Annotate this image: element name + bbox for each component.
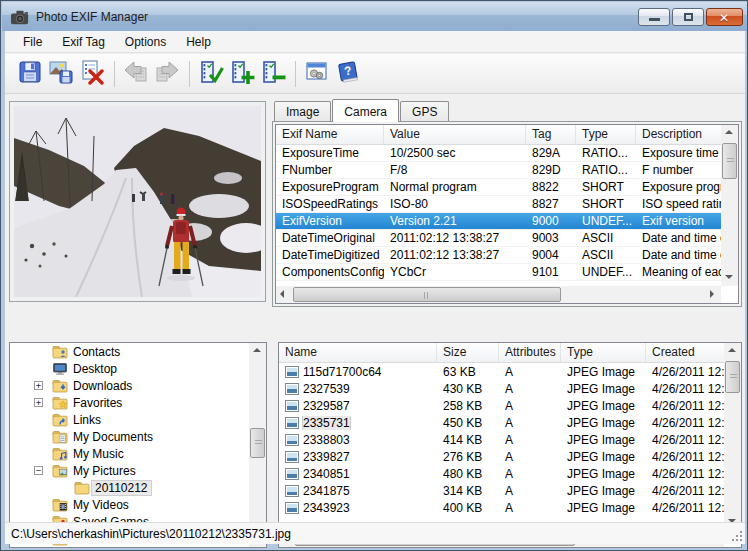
tree-item-my-pictures[interactable]: − My Pictures [10, 462, 266, 479]
exif-cell: DateTimeOriginal [276, 231, 384, 245]
column-header[interactable]: Size [437, 343, 499, 362]
exif-row[interactable]: DateTimeOriginal2011:02:12 13:38:279003A… [276, 230, 723, 247]
tree-item-downloads[interactable]: + Downloads [10, 377, 266, 394]
settings-button[interactable] [302, 59, 332, 89]
tree-expander[interactable]: + [34, 398, 43, 407]
file-row[interactable]: 2338803414 KBAJPEG Image4/26/2011 12: [279, 431, 724, 448]
file-cell: 276 KB [437, 450, 499, 464]
film-add-icon [229, 59, 255, 88]
save-image-button[interactable] [46, 59, 76, 89]
tree-item-my-videos[interactable]: My Videos [10, 496, 266, 513]
vertical-scrollbar[interactable] [724, 343, 741, 530]
tree-item-label: My Videos [70, 498, 132, 512]
exif-tab-strip: ImageCameraGPS [274, 100, 450, 122]
horizontal-scrollbar[interactable] [276, 286, 721, 303]
photo-preview-image [14, 106, 261, 297]
column-header[interactable]: Type [561, 343, 646, 362]
column-header[interactable]: Value [384, 125, 526, 144]
toolbar-separator [295, 61, 296, 87]
delete-exif-list-button[interactable] [77, 59, 107, 89]
exif-cell: 2011:02:12 13:38:27 [384, 231, 526, 245]
file-cell: A [499, 501, 561, 515]
exif-row[interactable]: DateTimeDigitized2011:02:12 13:38:279004… [276, 247, 723, 264]
exif-cell: ExposureTime [276, 146, 384, 160]
tree-item-my-music[interactable]: My Music [10, 445, 266, 462]
delete-list-icon [79, 59, 105, 88]
close-button[interactable]: ✕ [706, 8, 743, 26]
vertical-scrollbar[interactable] [249, 343, 266, 547]
tree-expander[interactable]: + [34, 381, 43, 390]
column-header[interactable]: Exif Name [276, 125, 384, 144]
exif-row[interactable]: FNumberF/8829DRATIO...F number [276, 162, 723, 179]
menu-file[interactable]: File [13, 32, 52, 52]
file-row[interactable]: 2341875314 KBAJPEG Image4/26/2011 12: [279, 482, 724, 499]
exif-row[interactable]: ExifVersionVersion 2.219000UNDEF...Exif … [276, 213, 723, 230]
file-row[interactable]: 2340851480 KBAJPEG Image4/26/2011 12: [279, 465, 724, 482]
file-cell: 314 KB [437, 484, 499, 498]
exif-row[interactable]: ExposureProgramNormal program8822SHORTEx… [276, 179, 723, 196]
column-header[interactable]: Name [279, 343, 437, 362]
file-cell: JPEG Image [561, 382, 646, 396]
scroll-up-button[interactable] [721, 125, 738, 142]
exif-cell: 8822 [526, 180, 576, 194]
menu-options[interactable]: Options [115, 32, 176, 52]
file-name-cell: 2335731 [279, 416, 437, 430]
file-cell: A [499, 399, 561, 413]
add-exif-tag-button[interactable] [227, 59, 257, 89]
scroll-right-button[interactable] [704, 286, 721, 303]
scroll-down-button[interactable] [721, 269, 738, 286]
scroll-up-button[interactable] [249, 343, 266, 360]
vertical-scrollbar[interactable] [721, 125, 738, 286]
file-cell: A [499, 450, 561, 464]
column-header[interactable]: Type [576, 125, 636, 144]
exif-cell: 9101 [526, 265, 576, 279]
scrollbar-thumb[interactable] [293, 287, 561, 302]
exif-row[interactable]: ComponentsConfig...YCbCr9101UNDEF...Mean… [276, 264, 723, 281]
tree-item-links[interactable]: Links [10, 411, 266, 428]
maximize-button[interactable] [672, 8, 704, 26]
exif-row[interactable]: ISOSpeedRatingsISO-808827SHORTISO speed … [276, 196, 723, 213]
file-row[interactable]: 2343923400 KBAJPEG Image4/26/2011 12: [279, 499, 724, 516]
exif-cell: FNumber [276, 163, 384, 177]
tree-item-label: Desktop [70, 362, 120, 376]
remove-exif-tag-button[interactable] [258, 59, 288, 89]
file-cell: 258 KB [437, 399, 499, 413]
exif-cell: ISO-80 [384, 197, 526, 211]
column-header[interactable]: Tag [526, 125, 576, 144]
tree-item-contacts[interactable]: Contacts [10, 343, 266, 360]
file-row[interactable]: 2327539430 KBAJPEG Image4/26/2011 12: [279, 380, 724, 397]
tree-item-my-documents[interactable]: My Documents [10, 428, 266, 445]
tree-expander[interactable]: − [34, 466, 43, 475]
tree-item-favorites[interactable]: + Favorites [10, 394, 266, 411]
scrollbar-thumb[interactable] [725, 361, 740, 393]
file-row[interactable]: 2339827276 KBAJPEG Image4/26/2011 12: [279, 448, 724, 465]
tab-camera[interactable]: Camera [332, 99, 399, 122]
file-cell: JPEG Image [561, 484, 646, 498]
tree-item-20110212[interactable]: 20110212 [10, 479, 266, 496]
apply-exif-button[interactable] [196, 59, 226, 89]
scrollbar-thumb[interactable] [250, 428, 265, 458]
desktop-folder-icon [52, 361, 68, 376]
file-row[interactable]: 115d71700c6463 KBAJPEG Image4/26/2011 12… [279, 363, 724, 380]
arrow-right-icon [154, 59, 180, 88]
title-bar[interactable]: Photo EXIF Manager ✕ [2, 2, 748, 31]
favorites-folder-icon [52, 395, 68, 410]
tab-gps[interactable]: GPS [400, 101, 449, 122]
menu-exif-tag[interactable]: Exif Tag [52, 32, 114, 52]
file-row[interactable]: 2329587258 KBAJPEG Image4/26/2011 12: [279, 397, 724, 414]
menu-help[interactable]: Help [176, 32, 221, 52]
resize-grip[interactable] [731, 530, 743, 542]
tree-item-desktop[interactable]: Desktop [10, 360, 266, 377]
column-header[interactable]: Attributes [499, 343, 561, 362]
scroll-left-button[interactable] [276, 286, 293, 303]
exif-row[interactable]: ExposureTime10/2500 sec829ARATIO...Expos… [276, 145, 723, 162]
window-title: Photo EXIF Manager [36, 10, 148, 24]
scrollbar-thumb[interactable] [722, 143, 737, 179]
scroll-up-button[interactable] [724, 343, 741, 360]
file-cell: A [499, 484, 561, 498]
minimize-button[interactable] [638, 8, 670, 26]
help-book-button[interactable]: ? [333, 59, 363, 89]
save-exif-button[interactable] [15, 59, 45, 89]
file-row[interactable]: 2335731450 KBAJPEG Image4/26/2011 12: [279, 414, 724, 431]
tab-image[interactable]: Image [274, 101, 331, 122]
